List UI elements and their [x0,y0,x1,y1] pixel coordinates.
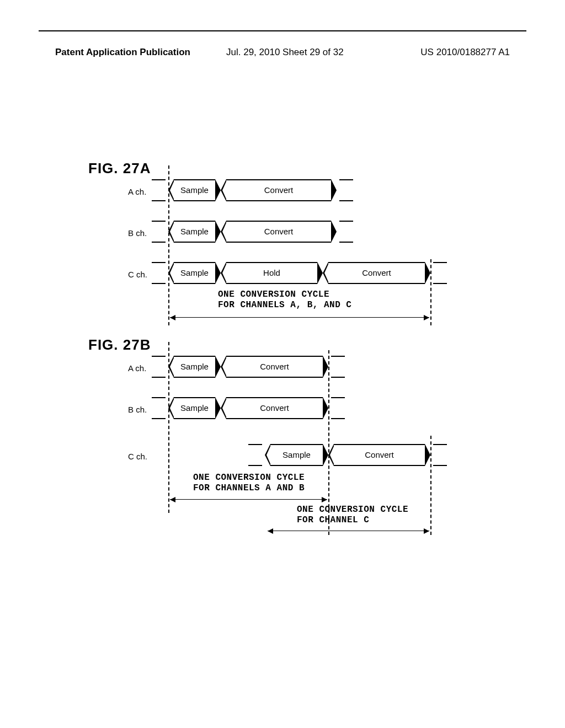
channel-label: A ch. [128,363,146,373]
timing-row-c: C ch. Sample Convert [88,444,502,472]
segment-label: Convert [328,268,425,277]
header-pub-number: US 2010/0188277 A1 [420,47,510,58]
segment-label: Convert [226,185,331,195]
channel-label: B ch. [128,228,147,238]
segment-label: Convert [226,227,331,236]
cycle-range-arrow [268,531,429,531]
cycle-range-arrow [170,317,429,318]
timing-segment-sample: Sample [174,221,215,243]
cycle-note-c: ONE CONVERSION CYCLE FOR CHANNEL C [297,505,408,526]
segment-label: Sample [174,362,215,371]
rail [331,356,345,378]
rail [331,397,345,419]
channel-label: C ch. [128,452,147,461]
rail [433,444,447,466]
timing-segment-convert: Convert [226,397,323,419]
timing-segment-sample: Sample [174,179,215,201]
timing-segment-convert: Convert [226,179,331,201]
rail [339,179,353,201]
channel-label: A ch. [128,187,146,196]
timing-segment-sample: Sample [174,262,215,284]
page: Patent Application Publication Jul. 29, … [0,0,565,728]
channel-label: B ch. [128,405,147,414]
rail [152,397,166,419]
rail [152,179,166,201]
cycle-range-arrow [170,499,327,500]
page-header: Patent Application Publication Jul. 29, … [55,47,510,58]
header-date-sheet: Jul. 29, 2010 Sheet 29 of 32 [226,47,344,58]
timing-row-b: B ch. Sample Convert [88,221,502,248]
figure-label-27a: FIG. 27A [88,160,151,177]
rail [152,356,166,378]
segment-label: Sample [270,450,323,459]
timing-row-a: A ch. Sample Convert [88,179,502,207]
timing-segment-sample: Sample [174,397,215,419]
timing-segment-sample: Sample [270,444,323,466]
timing-row-c: C ch. Sample Hold Convert [88,262,502,290]
segment-label: Convert [226,403,323,413]
figure-label-27b: FIG. 27B [88,336,151,354]
segment-label: Convert [334,450,425,459]
header-publication-type: Patent Application Publication [55,47,190,58]
rail [339,221,353,243]
segment-label: Sample [174,268,215,277]
timing-segment-convert: Convert [328,262,425,284]
rail [152,221,166,243]
cycle-note-abc: ONE CONVERSION CYCLE FOR CHANNELS A, B, … [218,290,351,311]
segment-label: Convert [226,362,323,371]
timing-segment-convert: Convert [334,444,425,466]
segment-label: Sample [174,185,215,195]
timing-row-b: B ch. Sample Convert [88,397,502,425]
segment-label: Sample [174,227,215,236]
rail [152,262,166,284]
timing-segment-sample: Sample [174,356,215,378]
timing-segment-hold: Hold [226,262,317,284]
rail [433,262,447,284]
segment-label: Hold [226,268,317,277]
segment-label: Sample [174,403,215,413]
rail [248,444,262,466]
channel-label: C ch. [128,270,147,279]
timing-row-a: A ch. Sample Convert [88,356,502,383]
timing-segment-convert: Convert [226,356,323,378]
timing-segment-convert: Convert [226,221,331,243]
cycle-note-ab: ONE CONVERSION CYCLE FOR CHANNELS A AND … [193,473,305,494]
